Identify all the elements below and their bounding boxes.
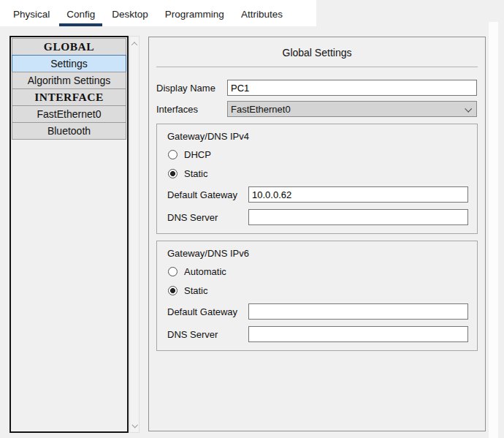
ipv6-dns-server-label: DNS Server <box>167 329 248 340</box>
window-right-edge <box>489 22 498 438</box>
sidebar-item-settings[interactable]: Settings <box>12 55 126 72</box>
ipv6-default-gateway-label: Default Gateway <box>167 306 248 317</box>
ipv6-group-title: Gateway/DNS IPv6 <box>167 248 468 259</box>
sidebar-item-fastethernet0[interactable]: FastEthernet0 <box>12 105 126 123</box>
scroll-down-button[interactable] <box>130 420 139 431</box>
sidebar-header-global[interactable]: GLOBAL <box>12 38 126 56</box>
ipv4-dhcp-label: DHCP <box>184 149 211 160</box>
ipv6-static-option: Static <box>168 284 468 297</box>
ipv4-static-label: Static <box>184 168 208 179</box>
title-separator <box>156 67 478 67</box>
chevron-up-icon <box>131 42 137 48</box>
ipv6-static-label: Static <box>184 285 208 296</box>
ipv6-automatic-radio[interactable] <box>168 267 177 276</box>
ipv4-default-gateway-input[interactable] <box>248 186 468 203</box>
sidebar-scrollbar[interactable] <box>129 36 140 433</box>
tab-physical[interactable]: Physical <box>6 1 57 26</box>
sidebar: GLOBAL Settings Algorithm Settings INTER… <box>9 36 129 433</box>
display-name-input[interactable] <box>227 80 477 96</box>
sidebar-item-algorithm-settings[interactable]: Algorithm Settings <box>12 72 126 89</box>
interfaces-dropdown[interactable]: FastEthernet0 <box>227 101 477 117</box>
gateway-dns-ipv6-group: Gateway/DNS IPv6 Automatic Static Defaul… <box>156 241 478 351</box>
ipv4-default-gateway-row: Default Gateway <box>167 186 468 203</box>
panel-title: Global Settings <box>149 47 485 58</box>
global-settings-panel: Global Settings Display Name Interfaces … <box>148 37 486 431</box>
ipv4-dhcp-option: DHCP <box>168 148 468 161</box>
ipv6-default-gateway-row: Default Gateway <box>167 303 468 320</box>
ipv4-default-gateway-label: Default Gateway <box>167 189 248 200</box>
ipv4-dns-server-row: DNS Server <box>167 209 468 225</box>
ipv6-automatic-label: Automatic <box>184 266 226 277</box>
ipv4-group-title: Gateway/DNS IPv4 <box>167 131 468 142</box>
ipv6-default-gateway-input[interactable] <box>248 303 468 320</box>
ipv6-static-radio[interactable] <box>168 286 177 295</box>
device-config-window: Physical Config Desktop Programming Attr… <box>0 0 504 438</box>
chevron-down-icon <box>465 105 472 112</box>
interfaces-label: Interfaces <box>156 104 227 115</box>
ipv6-automatic-option: Automatic <box>168 265 468 278</box>
tab-bar: Physical Config Desktop Programming Attr… <box>6 0 292 26</box>
ipv4-dns-server-label: DNS Server <box>167 212 248 223</box>
tab-attributes[interactable]: Attributes <box>234 1 290 26</box>
display-name-label: Display Name <box>156 83 227 94</box>
ipv4-dhcp-radio[interactable] <box>168 150 177 159</box>
chevron-down-icon <box>131 422 137 428</box>
tab-desktop[interactable]: Desktop <box>104 1 156 26</box>
sidebar-header-interface[interactable]: INTERFACE <box>12 88 126 106</box>
tab-programming[interactable]: Programming <box>158 1 232 26</box>
gateway-dns-ipv4-group: Gateway/DNS IPv4 DHCP Static Default Gat… <box>156 124 478 234</box>
tab-config[interactable]: Config <box>59 1 102 26</box>
interfaces-dropdown-value: FastEthernet0 <box>231 104 291 115</box>
ipv4-static-radio[interactable] <box>168 169 177 178</box>
ipv4-static-option: Static <box>168 167 468 180</box>
ipv6-dns-server-row: DNS Server <box>167 326 468 342</box>
scroll-up-button[interactable] <box>130 38 139 49</box>
sidebar-item-bluetooth[interactable]: Bluetooth <box>12 122 126 140</box>
interfaces-row: Interfaces FastEthernet0 <box>156 101 477 117</box>
ipv4-dns-server-input[interactable] <box>248 209 468 225</box>
ipv6-dns-server-input[interactable] <box>248 326 468 342</box>
display-name-row: Display Name <box>156 80 477 96</box>
